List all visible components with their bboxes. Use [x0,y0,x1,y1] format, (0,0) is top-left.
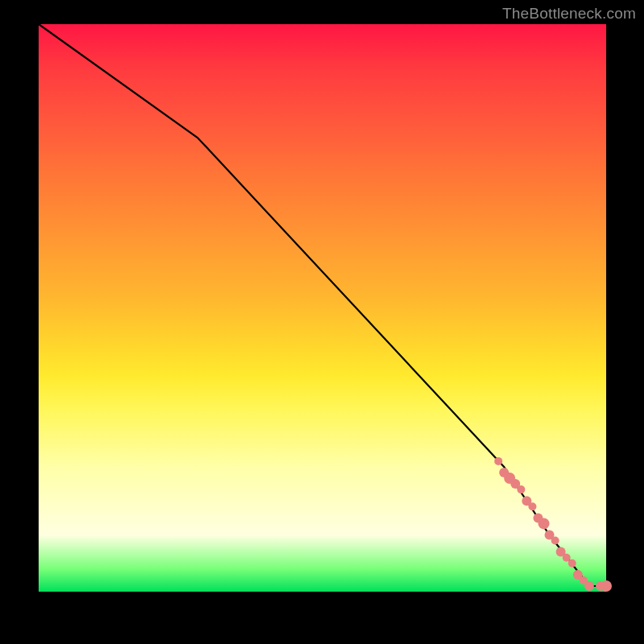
data-marker [494,457,502,465]
data-marker [601,580,612,592]
markers-group [494,457,612,592]
watermark-text: TheBottleneck.com [502,5,636,23]
data-marker [539,518,550,529]
data-marker [528,502,536,510]
data-marker [551,537,559,545]
data-marker [568,559,576,568]
curve-line [39,24,606,586]
chart-overlay [39,24,606,592]
data-marker [584,581,594,591]
data-marker [563,554,571,562]
chart-frame: TheBottleneck.com [0,0,644,644]
data-marker [517,485,525,493]
